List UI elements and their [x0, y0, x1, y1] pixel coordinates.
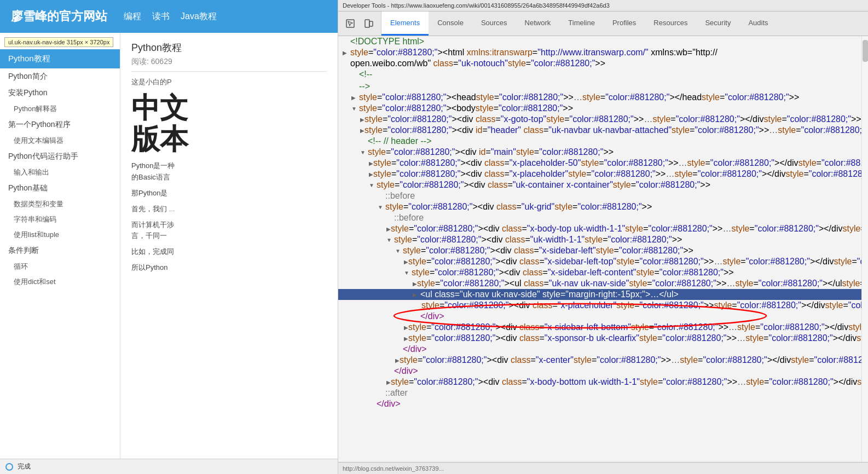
- tab-sources[interactable]: Sources: [472, 11, 516, 36]
- tab-security[interactable]: Security: [696, 11, 739, 36]
- html-line-3[interactable]: open.weibo.com/wb" class="uk-notouch"sty…: [338, 58, 861, 69]
- site-body: ul.uk-nav.uk-nav-side 315px × 3720px Pyt…: [0, 33, 338, 459]
- html-line-32[interactable]: </div>: [338, 366, 861, 377]
- scrollbar-thumb[interactable]: [863, 40, 868, 62]
- site-nav: 编程 读书 Java教程: [124, 11, 217, 22]
- triangle-2[interactable]: [343, 50, 350, 56]
- html-line-9[interactable]: style="color:#881280;"><div class="x-got…: [338, 114, 861, 125]
- html-line-6[interactable]: -->: [338, 81, 861, 92]
- triangle-10[interactable]: [360, 128, 364, 134]
- inspect-element-button[interactable]: [343, 16, 358, 31]
- line-content-32: </div>: [394, 366, 418, 376]
- triangle-15[interactable]: [369, 182, 377, 188]
- triangle-8[interactable]: [351, 106, 359, 112]
- tab-resources[interactable]: Resources: [645, 11, 696, 36]
- line-content-21: style="color:#881280;"><div class="x-sid…: [403, 246, 693, 256]
- tab-timeline[interactable]: Timeline: [559, 11, 604, 36]
- html-line-28[interactable]: style="color:#881280;"><div class="x-sid…: [338, 322, 861, 333]
- html-line-30[interactable]: </div>: [338, 344, 861, 355]
- sidebar-item-text-editor[interactable]: 使用文本编辑器: [0, 133, 120, 148]
- tab-console[interactable]: Console: [429, 11, 472, 36]
- sidebar-item-io[interactable]: 输入和输出: [0, 165, 120, 180]
- status-bar: 完成: [0, 459, 338, 474]
- triangle-21[interactable]: [395, 248, 403, 254]
- html-line-34[interactable]: ::after: [338, 388, 861, 398]
- sidebar-item-conditions[interactable]: 条件判断: [0, 242, 120, 259]
- line-content-14: style="color:#881280;"><div class="x-pla…: [373, 169, 861, 179]
- html-line-10[interactable]: style="color:#881280;"><div id="header" …: [338, 125, 861, 136]
- sidebar-item-first-program[interactable]: 第一个Python程序: [0, 117, 120, 133]
- line-content-11: <!-- // header -->: [368, 136, 432, 146]
- html-line-13[interactable]: style="color:#881280;"><div class="x-pla…: [338, 158, 861, 169]
- sidebar-item-dict-set[interactable]: 使用dict和set: [0, 274, 120, 290]
- html-line-14[interactable]: style="color:#881280;"><div class="x-pla…: [338, 169, 861, 180]
- sidebar-item-python-interpreter[interactable]: Python解释器: [0, 101, 120, 117]
- html-line-25[interactable]: <ul class="uk-nav uk-nav-side" style="ma…: [338, 289, 861, 300]
- tab-audits[interactable]: Audits: [739, 11, 777, 36]
- triangle-14[interactable]: [369, 171, 373, 177]
- triangle-24[interactable]: [413, 281, 417, 287]
- html-line-7[interactable]: style="color:#881280;"><headstyle="color…: [338, 92, 861, 103]
- content-excerpt: 这是小白的P: [131, 77, 327, 87]
- line-content-4: <!--: [359, 70, 372, 79]
- nav-item-java[interactable]: Java教程: [181, 11, 217, 22]
- triangle-12[interactable]: [360, 149, 368, 155]
- html-line-19[interactable]: style="color:#881280;"><div class="x-bod…: [338, 223, 861, 234]
- html-line-1[interactable]: <!DOCTYPE html>: [338, 36, 861, 47]
- triangle-31[interactable]: [395, 357, 400, 363]
- triangle-28[interactable]: [404, 325, 408, 331]
- html-line-8[interactable]: style="color:#881280;"><bodystyle="color…: [338, 103, 861, 114]
- tab-elements[interactable]: Elements: [381, 11, 429, 36]
- sidebar-item-strings[interactable]: 字符串和编码: [0, 212, 120, 227]
- sidebar-item-list-tuple[interactable]: 使用list和tuple: [0, 227, 120, 242]
- html-line-22[interactable]: style="color:#881280;"><div class="x-sid…: [338, 256, 861, 267]
- devtools-html-tree[interactable]: <!DOCTYPE html>style="color:#881280;"><h…: [338, 36, 861, 462]
- html-line-35[interactable]: </div>: [338, 398, 861, 409]
- triangle-23[interactable]: [404, 270, 412, 276]
- html-line-26[interactable]: style="color:#881280;"><div class="x-pla…: [338, 300, 861, 311]
- device-mode-button[interactable]: [361, 16, 377, 31]
- triangle-7[interactable]: [351, 95, 359, 101]
- html-line-4[interactable]: <!--: [338, 69, 861, 80]
- tab-network[interactable]: Network: [516, 11, 560, 36]
- html-line-15[interactable]: style="color:#881280;"><div class="uk-co…: [338, 180, 861, 190]
- triangle-9[interactable]: [360, 117, 364, 123]
- triangle-19[interactable]: [386, 226, 391, 232]
- triangle-20[interactable]: [386, 237, 394, 243]
- html-line-29[interactable]: style="color:#881280;"><div class="x-spo…: [338, 333, 861, 344]
- sidebar-item-data-types[interactable]: 数据类型和变量: [0, 196, 120, 212]
- line-content-6: -->: [359, 82, 370, 91]
- sidebar-item-run-helper[interactable]: Python代码运行助手: [0, 148, 120, 165]
- triangle-17[interactable]: [378, 204, 385, 210]
- html-line-11[interactable]: <!-- // header -->: [338, 136, 861, 147]
- html-line-33[interactable]: style="color:#881280;"><div class="x-bod…: [338, 377, 861, 388]
- triangle-33[interactable]: [386, 379, 391, 385]
- content-reads: 阅读: 60629: [131, 57, 327, 72]
- html-line-16[interactable]: ::before: [338, 190, 861, 201]
- sidebar-item-python-intro[interactable]: Python简介: [0, 68, 120, 85]
- html-line-27[interactable]: </div>: [338, 311, 861, 322]
- html-line-21[interactable]: style="color:#881280;"><div class="x-sid…: [338, 245, 861, 256]
- html-line-20[interactable]: style="color:#881280;"><div class="uk-wi…: [338, 234, 861, 245]
- sidebar-item-install-python[interactable]: 安装Python: [0, 85, 120, 101]
- sidebar-active-item[interactable]: Python教程: [0, 49, 120, 68]
- triangle-22[interactable]: [404, 259, 408, 265]
- html-line-12[interactable]: style="color:#881280;"><div id="main"sty…: [338, 147, 861, 158]
- html-line-24[interactable]: style="color:#881280;"><ul class="uk-nav…: [338, 278, 861, 289]
- html-line-31[interactable]: style="color:#881280;"><div class="x-cen…: [338, 355, 861, 366]
- big-text-line1: 中文: [131, 92, 188, 124]
- triangle-25[interactable]: [413, 292, 420, 298]
- triangle-13[interactable]: [369, 160, 373, 166]
- html-line-18[interactable]: ::before: [338, 212, 861, 223]
- nav-item-reading[interactable]: 读书: [152, 11, 170, 22]
- tab-profiles[interactable]: Profiles: [604, 11, 645, 36]
- sidebar: ul.uk-nav.uk-nav-side 315px × 3720px Pyt…: [0, 33, 120, 459]
- sidebar-item-loops[interactable]: 循环: [0, 259, 120, 274]
- nav-item-programming[interactable]: 编程: [124, 11, 141, 22]
- html-line-23[interactable]: style="color:#881280;"><div class="x-sid…: [338, 267, 861, 278]
- devtools-scrollbar[interactable]: [861, 36, 868, 462]
- html-line-17[interactable]: style="color:#881280;"><div class="uk-gr…: [338, 201, 861, 212]
- triangle-29[interactable]: [404, 336, 408, 342]
- sidebar-item-python-basics[interactable]: Python基础: [0, 180, 120, 196]
- html-line-2[interactable]: style="color:#881280;"><html xmlns:itran…: [338, 47, 861, 58]
